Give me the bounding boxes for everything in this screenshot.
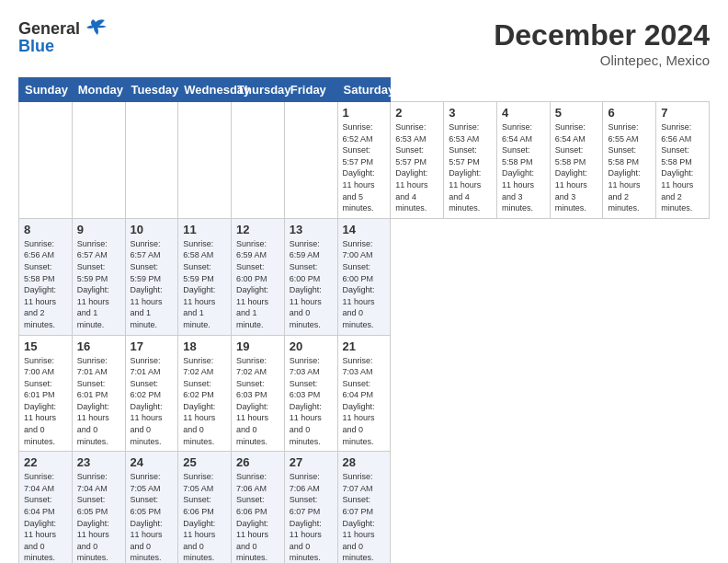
calendar-cell: 10Sunrise: 6:57 AMSunset: 5:59 PMDayligh… (125, 218, 178, 335)
day-number: 19 (236, 339, 279, 353)
calendar-cell: 19Sunrise: 7:02 AMSunset: 6:03 PMDayligh… (232, 335, 285, 452)
calendar-cell (284, 102, 337, 219)
day-number: 17 (131, 339, 174, 353)
day-number: 14 (343, 223, 386, 236)
logo-text: General (18, 19, 80, 39)
calendar-cell: 8Sunrise: 6:56 AMSunset: 5:58 PMDaylight… (19, 218, 73, 335)
calendar-cell: 4Sunrise: 6:54 AMSunset: 5:58 PMDaylight… (496, 102, 550, 219)
calendar-cell: 27Sunrise: 7:06 AMSunset: 6:07 PMDayligh… (284, 452, 337, 563)
calendar-cell: 24Sunrise: 7:05 AMSunset: 6:05 PMDayligh… (125, 452, 178, 563)
day-number: 4 (502, 106, 545, 120)
col-header-tuesday: Tuesday (125, 78, 178, 102)
calendar-week-row: 1Sunrise: 6:52 AMSunset: 5:57 PMDaylight… (19, 102, 710, 219)
day-info: Sunrise: 6:56 AMSunset: 5:58 PMDaylight:… (661, 121, 704, 214)
day-info: Sunrise: 6:52 AMSunset: 5:57 PMDaylight:… (343, 121, 386, 214)
calendar-cell (232, 102, 285, 219)
calendar-cell: 26Sunrise: 7:06 AMSunset: 6:06 PMDayligh… (232, 452, 285, 563)
col-header-sunday: Sunday (19, 78, 73, 102)
day-info: Sunrise: 6:59 AMSunset: 6:00 PMDaylight:… (236, 238, 279, 331)
calendar-cell: 5Sunrise: 6:54 AMSunset: 5:58 PMDaylight… (550, 102, 603, 219)
calendar-cell (178, 102, 232, 219)
day-number: 18 (183, 339, 226, 353)
day-number: 25 (183, 455, 226, 469)
day-number: 22 (24, 455, 67, 469)
calendar-cell: 1Sunrise: 6:52 AMSunset: 5:57 PMDaylight… (337, 102, 391, 219)
calendar-header-row: SundayMondayTuesdayWednesdayThursdayFrid… (19, 78, 710, 102)
day-number: 21 (343, 339, 386, 353)
calendar-week-row: 15Sunrise: 7:00 AMSunset: 6:01 PMDayligh… (19, 335, 710, 452)
day-info: Sunrise: 6:55 AMSunset: 5:58 PMDaylight:… (608, 121, 651, 214)
day-number: 26 (236, 455, 279, 469)
calendar-table: SundayMondayTuesdayWednesdayThursdayFrid… (18, 77, 710, 563)
calendar-cell: 23Sunrise: 7:04 AMSunset: 6:05 PMDayligh… (72, 452, 125, 563)
day-number: 10 (131, 223, 174, 236)
header: General Blue December 2024 Olintepec, Me… (18, 18, 710, 68)
day-info: Sunrise: 7:03 AMSunset: 6:03 PMDaylight:… (290, 355, 333, 448)
logo-bird-icon (83, 18, 108, 39)
day-info: Sunrise: 7:04 AMSunset: 6:04 PMDaylight:… (24, 471, 67, 563)
calendar-cell (19, 102, 73, 219)
calendar-cell: 21Sunrise: 7:03 AMSunset: 6:04 PMDayligh… (337, 335, 391, 452)
col-header-monday: Monday (72, 78, 125, 102)
day-number: 20 (290, 339, 333, 353)
day-number: 6 (608, 106, 651, 120)
day-info: Sunrise: 6:56 AMSunset: 5:58 PMDaylight:… (24, 238, 67, 331)
day-info: Sunrise: 7:03 AMSunset: 6:04 PMDaylight:… (343, 355, 386, 448)
col-header-saturday: Saturday (337, 78, 391, 102)
day-info: Sunrise: 6:53 AMSunset: 5:57 PMDaylight:… (395, 121, 438, 214)
calendar-week-row: 22Sunrise: 7:04 AMSunset: 6:04 PMDayligh… (19, 452, 710, 563)
day-number: 2 (395, 106, 438, 120)
day-number: 28 (343, 455, 386, 469)
day-info: Sunrise: 7:02 AMSunset: 6:02 PMDaylight:… (183, 355, 226, 448)
calendar-cell: 18Sunrise: 7:02 AMSunset: 6:02 PMDayligh… (178, 335, 232, 452)
day-info: Sunrise: 6:58 AMSunset: 5:59 PMDaylight:… (183, 238, 226, 331)
day-info: Sunrise: 7:05 AMSunset: 6:06 PMDaylight:… (183, 471, 226, 563)
month-title: December 2024 (494, 18, 710, 52)
day-number: 5 (555, 106, 598, 120)
col-header-thursday: Thursday (232, 78, 285, 102)
day-number: 3 (449, 106, 492, 120)
calendar-cell: 6Sunrise: 6:55 AMSunset: 5:58 PMDaylight… (603, 102, 656, 219)
day-info: Sunrise: 7:00 AMSunset: 6:01 PMDaylight:… (24, 355, 67, 448)
calendar-cell: 16Sunrise: 7:01 AMSunset: 6:01 PMDayligh… (72, 335, 125, 452)
day-number: 27 (290, 455, 333, 469)
day-info: Sunrise: 7:06 AMSunset: 6:07 PMDaylight:… (290, 471, 333, 563)
calendar-cell: 20Sunrise: 7:03 AMSunset: 6:03 PMDayligh… (284, 335, 337, 452)
logo-blue-text: Blue (18, 37, 54, 56)
day-info: Sunrise: 7:05 AMSunset: 6:05 PMDaylight:… (131, 471, 174, 563)
day-number: 9 (77, 223, 120, 236)
logo: General Blue (18, 18, 108, 56)
day-number: 16 (77, 339, 120, 353)
calendar-cell: 25Sunrise: 7:05 AMSunset: 6:06 PMDayligh… (178, 452, 232, 563)
calendar-cell: 14Sunrise: 7:00 AMSunset: 6:00 PMDayligh… (337, 218, 391, 335)
calendar-cell: 9Sunrise: 6:57 AMSunset: 5:59 PMDaylight… (72, 218, 125, 335)
calendar-cell: 2Sunrise: 6:53 AMSunset: 5:57 PMDaylight… (391, 102, 444, 219)
day-number: 12 (236, 223, 279, 236)
calendar-cell: 22Sunrise: 7:04 AMSunset: 6:04 PMDayligh… (19, 452, 73, 563)
title-block: December 2024 Olintepec, Mexico (494, 18, 710, 68)
day-number: 8 (24, 223, 67, 236)
day-info: Sunrise: 7:01 AMSunset: 6:01 PMDaylight:… (77, 355, 120, 448)
day-number: 13 (290, 223, 333, 236)
col-header-wednesday: Wednesday (178, 78, 232, 102)
day-info: Sunrise: 6:57 AMSunset: 5:59 PMDaylight:… (131, 238, 174, 331)
calendar-week-row: 8Sunrise: 6:56 AMSunset: 5:58 PMDaylight… (19, 218, 710, 335)
calendar-cell: 15Sunrise: 7:00 AMSunset: 6:01 PMDayligh… (19, 335, 73, 452)
day-info: Sunrise: 6:57 AMSunset: 5:59 PMDaylight:… (77, 238, 120, 331)
calendar-cell (72, 102, 125, 219)
page: General Blue December 2024 Olintepec, Me… (0, 0, 728, 563)
day-info: Sunrise: 6:54 AMSunset: 5:58 PMDaylight:… (555, 121, 598, 214)
col-header-friday: Friday (284, 78, 337, 102)
day-number: 15 (24, 339, 67, 353)
day-info: Sunrise: 6:59 AMSunset: 6:00 PMDaylight:… (290, 238, 333, 331)
calendar-cell: 17Sunrise: 7:01 AMSunset: 6:02 PMDayligh… (125, 335, 178, 452)
day-number: 1 (343, 106, 386, 120)
day-info: Sunrise: 7:04 AMSunset: 6:05 PMDaylight:… (77, 471, 120, 563)
calendar-cell: 12Sunrise: 6:59 AMSunset: 6:00 PMDayligh… (232, 218, 285, 335)
day-number: 7 (661, 106, 704, 120)
day-number: 11 (183, 223, 226, 236)
day-info: Sunrise: 7:07 AMSunset: 6:07 PMDaylight:… (343, 471, 386, 563)
day-info: Sunrise: 7:00 AMSunset: 6:00 PMDaylight:… (343, 238, 386, 331)
day-info: Sunrise: 6:53 AMSunset: 5:57 PMDaylight:… (449, 121, 492, 214)
day-info: Sunrise: 7:01 AMSunset: 6:02 PMDaylight:… (131, 355, 174, 448)
